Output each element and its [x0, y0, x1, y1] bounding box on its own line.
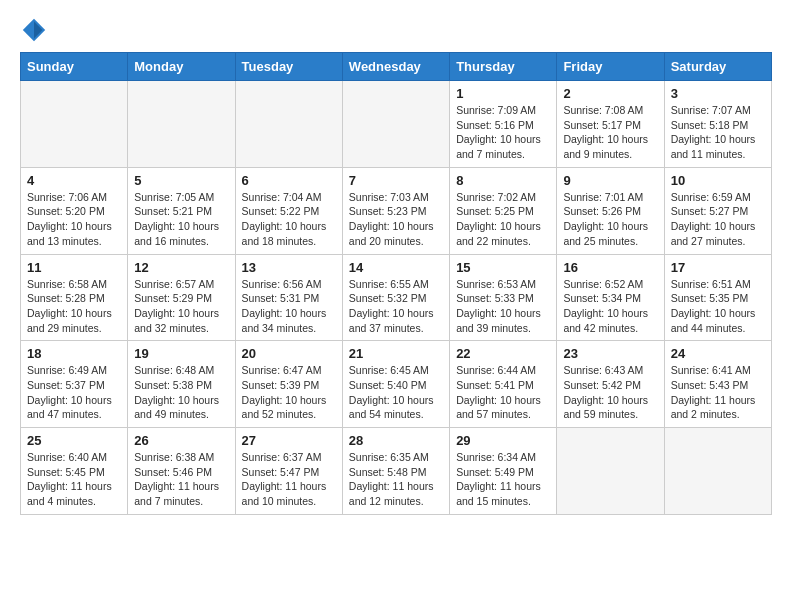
day-number: 24	[671, 346, 765, 361]
weekday-header-thursday: Thursday	[450, 53, 557, 81]
calendar-cell: 24Sunrise: 6:41 AMSunset: 5:43 PMDayligh…	[664, 341, 771, 428]
day-info: Sunrise: 6:53 AMSunset: 5:33 PMDaylight:…	[456, 277, 550, 336]
day-info: Sunrise: 7:03 AMSunset: 5:23 PMDaylight:…	[349, 190, 443, 249]
calendar-cell: 17Sunrise: 6:51 AMSunset: 5:35 PMDayligh…	[664, 254, 771, 341]
day-info: Sunrise: 6:37 AMSunset: 5:47 PMDaylight:…	[242, 450, 336, 509]
calendar-cell	[342, 81, 449, 168]
calendar-cell: 15Sunrise: 6:53 AMSunset: 5:33 PMDayligh…	[450, 254, 557, 341]
calendar-cell: 7Sunrise: 7:03 AMSunset: 5:23 PMDaylight…	[342, 167, 449, 254]
calendar-cell: 22Sunrise: 6:44 AMSunset: 5:41 PMDayligh…	[450, 341, 557, 428]
calendar-cell: 1Sunrise: 7:09 AMSunset: 5:16 PMDaylight…	[450, 81, 557, 168]
weekday-header-sunday: Sunday	[21, 53, 128, 81]
calendar-cell: 13Sunrise: 6:56 AMSunset: 5:31 PMDayligh…	[235, 254, 342, 341]
day-info: Sunrise: 6:38 AMSunset: 5:46 PMDaylight:…	[134, 450, 228, 509]
day-info: Sunrise: 7:07 AMSunset: 5:18 PMDaylight:…	[671, 103, 765, 162]
day-number: 18	[27, 346, 121, 361]
weekday-header-row: SundayMondayTuesdayWednesdayThursdayFrid…	[21, 53, 772, 81]
calendar-week-row: 11Sunrise: 6:58 AMSunset: 5:28 PMDayligh…	[21, 254, 772, 341]
calendar-cell: 21Sunrise: 6:45 AMSunset: 5:40 PMDayligh…	[342, 341, 449, 428]
day-info: Sunrise: 6:35 AMSunset: 5:48 PMDaylight:…	[349, 450, 443, 509]
calendar-cell: 8Sunrise: 7:02 AMSunset: 5:25 PMDaylight…	[450, 167, 557, 254]
header	[20, 16, 772, 44]
calendar-cell	[557, 428, 664, 515]
calendar-week-row: 4Sunrise: 7:06 AMSunset: 5:20 PMDaylight…	[21, 167, 772, 254]
calendar-cell: 9Sunrise: 7:01 AMSunset: 5:26 PMDaylight…	[557, 167, 664, 254]
day-number: 9	[563, 173, 657, 188]
calendar-cell: 6Sunrise: 7:04 AMSunset: 5:22 PMDaylight…	[235, 167, 342, 254]
day-info: Sunrise: 6:43 AMSunset: 5:42 PMDaylight:…	[563, 363, 657, 422]
calendar-cell: 3Sunrise: 7:07 AMSunset: 5:18 PMDaylight…	[664, 81, 771, 168]
day-number: 11	[27, 260, 121, 275]
day-number: 10	[671, 173, 765, 188]
weekday-header-monday: Monday	[128, 53, 235, 81]
calendar-week-row: 1Sunrise: 7:09 AMSunset: 5:16 PMDaylight…	[21, 81, 772, 168]
day-info: Sunrise: 7:04 AMSunset: 5:22 PMDaylight:…	[242, 190, 336, 249]
day-number: 23	[563, 346, 657, 361]
day-info: Sunrise: 7:05 AMSunset: 5:21 PMDaylight:…	[134, 190, 228, 249]
day-number: 4	[27, 173, 121, 188]
calendar-cell	[21, 81, 128, 168]
calendar-cell: 5Sunrise: 7:05 AMSunset: 5:21 PMDaylight…	[128, 167, 235, 254]
day-info: Sunrise: 6:56 AMSunset: 5:31 PMDaylight:…	[242, 277, 336, 336]
day-info: Sunrise: 6:48 AMSunset: 5:38 PMDaylight:…	[134, 363, 228, 422]
day-info: Sunrise: 7:09 AMSunset: 5:16 PMDaylight:…	[456, 103, 550, 162]
day-info: Sunrise: 7:06 AMSunset: 5:20 PMDaylight:…	[27, 190, 121, 249]
day-number: 6	[242, 173, 336, 188]
calendar-cell: 26Sunrise: 6:38 AMSunset: 5:46 PMDayligh…	[128, 428, 235, 515]
calendar-cell: 19Sunrise: 6:48 AMSunset: 5:38 PMDayligh…	[128, 341, 235, 428]
day-info: Sunrise: 7:08 AMSunset: 5:17 PMDaylight:…	[563, 103, 657, 162]
day-info: Sunrise: 6:57 AMSunset: 5:29 PMDaylight:…	[134, 277, 228, 336]
day-number: 2	[563, 86, 657, 101]
day-number: 12	[134, 260, 228, 275]
day-number: 15	[456, 260, 550, 275]
weekday-header-friday: Friday	[557, 53, 664, 81]
day-number: 21	[349, 346, 443, 361]
day-info: Sunrise: 6:52 AMSunset: 5:34 PMDaylight:…	[563, 277, 657, 336]
day-info: Sunrise: 6:45 AMSunset: 5:40 PMDaylight:…	[349, 363, 443, 422]
day-number: 28	[349, 433, 443, 448]
calendar: SundayMondayTuesdayWednesdayThursdayFrid…	[20, 52, 772, 515]
calendar-cell: 11Sunrise: 6:58 AMSunset: 5:28 PMDayligh…	[21, 254, 128, 341]
day-info: Sunrise: 6:44 AMSunset: 5:41 PMDaylight:…	[456, 363, 550, 422]
weekday-header-tuesday: Tuesday	[235, 53, 342, 81]
calendar-week-row: 18Sunrise: 6:49 AMSunset: 5:37 PMDayligh…	[21, 341, 772, 428]
calendar-cell: 2Sunrise: 7:08 AMSunset: 5:17 PMDaylight…	[557, 81, 664, 168]
day-number: 26	[134, 433, 228, 448]
day-number: 16	[563, 260, 657, 275]
weekday-header-wednesday: Wednesday	[342, 53, 449, 81]
calendar-cell	[664, 428, 771, 515]
day-info: Sunrise: 6:34 AMSunset: 5:49 PMDaylight:…	[456, 450, 550, 509]
day-number: 27	[242, 433, 336, 448]
calendar-cell: 4Sunrise: 7:06 AMSunset: 5:20 PMDaylight…	[21, 167, 128, 254]
day-number: 3	[671, 86, 765, 101]
calendar-cell: 25Sunrise: 6:40 AMSunset: 5:45 PMDayligh…	[21, 428, 128, 515]
logo	[20, 16, 52, 44]
day-info: Sunrise: 6:47 AMSunset: 5:39 PMDaylight:…	[242, 363, 336, 422]
logo-icon	[20, 16, 48, 44]
day-info: Sunrise: 6:41 AMSunset: 5:43 PMDaylight:…	[671, 363, 765, 422]
calendar-cell: 10Sunrise: 6:59 AMSunset: 5:27 PMDayligh…	[664, 167, 771, 254]
day-number: 1	[456, 86, 550, 101]
day-info: Sunrise: 6:55 AMSunset: 5:32 PMDaylight:…	[349, 277, 443, 336]
calendar-cell	[235, 81, 342, 168]
calendar-cell: 16Sunrise: 6:52 AMSunset: 5:34 PMDayligh…	[557, 254, 664, 341]
day-info: Sunrise: 7:02 AMSunset: 5:25 PMDaylight:…	[456, 190, 550, 249]
day-number: 7	[349, 173, 443, 188]
calendar-cell: 12Sunrise: 6:57 AMSunset: 5:29 PMDayligh…	[128, 254, 235, 341]
day-number: 19	[134, 346, 228, 361]
day-info: Sunrise: 6:51 AMSunset: 5:35 PMDaylight:…	[671, 277, 765, 336]
weekday-header-saturday: Saturday	[664, 53, 771, 81]
calendar-cell: 29Sunrise: 6:34 AMSunset: 5:49 PMDayligh…	[450, 428, 557, 515]
calendar-cell: 18Sunrise: 6:49 AMSunset: 5:37 PMDayligh…	[21, 341, 128, 428]
day-number: 29	[456, 433, 550, 448]
day-number: 20	[242, 346, 336, 361]
day-number: 17	[671, 260, 765, 275]
calendar-cell: 23Sunrise: 6:43 AMSunset: 5:42 PMDayligh…	[557, 341, 664, 428]
calendar-cell: 27Sunrise: 6:37 AMSunset: 5:47 PMDayligh…	[235, 428, 342, 515]
day-info: Sunrise: 6:49 AMSunset: 5:37 PMDaylight:…	[27, 363, 121, 422]
calendar-cell: 14Sunrise: 6:55 AMSunset: 5:32 PMDayligh…	[342, 254, 449, 341]
day-number: 22	[456, 346, 550, 361]
day-number: 8	[456, 173, 550, 188]
day-number: 13	[242, 260, 336, 275]
day-number: 25	[27, 433, 121, 448]
